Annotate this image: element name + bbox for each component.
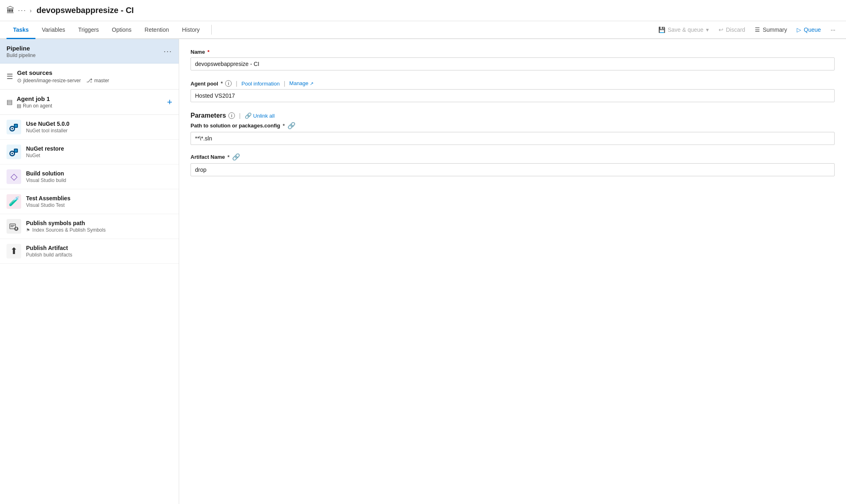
summary-button[interactable]: ☰ Summary	[751, 24, 791, 35]
discard-button[interactable]: ↩ Discard	[714, 24, 749, 35]
queue-button[interactable]: ▷ Queue	[793, 24, 825, 35]
task-publish-symbols[interactable]: Publish symbols path ⚑ Index Sources & P…	[0, 214, 179, 239]
nuget-restore-icon	[7, 145, 21, 159]
github-icon: ⊙	[17, 77, 22, 83]
vs-build-icon: ◇	[11, 171, 18, 182]
nav-actions: 💾 Save & queue ▾ ↩ Discard ☰ Summary ▷ Q…	[654, 24, 839, 35]
svg-point-7	[11, 153, 13, 154]
agent-job-item[interactable]: ▤ Agent job 1 ▤ Run on agent +	[0, 90, 179, 115]
get-sources-branch: ⎇ master	[86, 77, 109, 83]
svg-rect-15	[15, 229, 17, 230]
agent-pool-row: Agent pool * i | Pool information | Mana…	[191, 80, 835, 87]
branch-icon: ⎇	[86, 77, 92, 83]
right-panel: Name * Agent pool * i | Pool information…	[179, 39, 846, 504]
queue-icon: ▷	[797, 26, 801, 33]
agent-job-title: Agent job 1	[17, 95, 52, 102]
get-sources-item[interactable]: ☰ Get sources ⊙ jldeen/image-resize-serv…	[0, 64, 179, 90]
pipeline-title: Pipeline	[7, 45, 35, 52]
agent-pool-field-group: Agent pool * i | Pool information | Mana…	[191, 80, 835, 102]
page-title: devopswebappresize - CI	[37, 6, 134, 15]
nuget-restore-icon-svg	[8, 146, 20, 158]
topbar: 🏛 ··· › devopswebappresize - CI	[0, 0, 846, 21]
task-publish-artifact[interactable]: ⬆ Publish Artifact Publish build artifac…	[0, 239, 179, 264]
task-test-assemblies-info: Test Assemblies Visual Studio Test	[26, 195, 70, 208]
parameters-info-icon[interactable]: i	[228, 112, 235, 119]
pool-information-link[interactable]: Pool information	[241, 81, 280, 87]
svg-rect-4	[15, 125, 17, 127]
pipe-separator-2: |	[284, 80, 285, 87]
name-field-group: Name *	[191, 49, 835, 70]
task-use-nuget[interactable]: Use NuGet 5.0.0 NuGet tool installer	[0, 115, 179, 140]
add-task-button[interactable]: +	[167, 97, 172, 107]
task-nuget-restore[interactable]: NuGet restore NuGet	[0, 140, 179, 164]
task-use-nuget-info: Use NuGet 5.0.0 NuGet tool installer	[26, 121, 70, 134]
svg-rect-11	[11, 225, 15, 226]
left-panel: Pipeline Build pipeline ··· ☰ Get source…	[0, 39, 179, 504]
more-options-button[interactable]: ···	[826, 24, 839, 35]
task-build-solution[interactable]: ◇ Build solution Visual Studio build	[0, 164, 179, 189]
artifact-name-row: Artifact Name * 🔗	[191, 153, 835, 161]
nav-divider	[211, 25, 212, 35]
chevron-down-icon: ▾	[706, 26, 709, 33]
agent-job-left: ▤ Agent job 1 ▤ Run on agent	[7, 95, 52, 109]
tab-retention[interactable]: Retention	[138, 21, 175, 39]
svg-rect-9	[15, 149, 17, 152]
build-solution-icon: ◇	[7, 169, 21, 184]
publish-symbols-icon-svg	[8, 221, 20, 232]
parameters-row: Parameters i | 🔗 Unlink all	[191, 112, 835, 119]
more-dots-icon: ···	[831, 26, 835, 33]
breadcrumb-chevron: ›	[30, 7, 32, 14]
get-sources-title: Get sources	[17, 69, 109, 76]
get-sources-info: Get sources ⊙ jldeen/image-resize-server…	[17, 69, 109, 83]
summary-icon: ☰	[755, 26, 760, 33]
save-queue-button[interactable]: 💾 Save & queue ▾	[654, 24, 713, 35]
flag-icon: ⚑	[26, 228, 30, 232]
tab-variables[interactable]: Variables	[35, 21, 72, 39]
agent-job-icon: ▤	[7, 98, 13, 106]
topbar-more-button[interactable]: ···	[18, 6, 26, 15]
pipeline-header-info: Pipeline Build pipeline	[7, 45, 35, 58]
main-layout: Pipeline Build pipeline ··· ☰ Get source…	[0, 39, 846, 504]
agent-job-info: Agent job 1 ▤ Run on agent	[17, 95, 52, 109]
get-sources-repo: ⊙ jldeen/image-resize-server	[17, 77, 81, 83]
pipeline-header: Pipeline Build pipeline ···	[0, 39, 179, 64]
task-publish-artifact-info: Publish Artifact Publish build artifacts	[26, 245, 72, 258]
publish-artifact-icon: ⬆	[7, 244, 21, 259]
path-chain-icon: 🔗	[287, 122, 296, 129]
svg-rect-12	[11, 226, 13, 227]
nuget-icon-svg	[8, 121, 20, 133]
task-publish-symbols-info: Publish symbols path ⚑ Index Sources & P…	[26, 220, 105, 233]
run-on-icon: ▤	[17, 103, 21, 109]
agent-pool-info-icon[interactable]: i	[225, 80, 232, 87]
external-link-icon: ↗	[310, 81, 313, 86]
tab-options[interactable]: Options	[105, 21, 138, 39]
path-input[interactable]	[191, 132, 835, 145]
pipe-separator-3: |	[239, 112, 241, 119]
upload-icon: ⬆	[10, 246, 18, 256]
unlink-all-button[interactable]: 🔗 Unlink all	[245, 112, 275, 119]
flask-icon: 🧪	[9, 196, 20, 207]
get-sources-meta: ⊙ jldeen/image-resize-server ⎇ master	[17, 77, 109, 83]
tab-triggers[interactable]: Triggers	[72, 21, 105, 39]
name-input[interactable]	[191, 57, 835, 70]
name-required: *	[207, 49, 209, 55]
nuget-icon	[7, 120, 21, 134]
agent-pool-input[interactable]	[191, 89, 835, 102]
publish-symbols-icon	[7, 219, 21, 234]
artifact-name-input[interactable]	[191, 163, 835, 176]
tab-history[interactable]: History	[175, 21, 206, 39]
svg-point-2	[11, 128, 13, 129]
pipeline-more-button[interactable]: ···	[164, 47, 172, 56]
manage-link[interactable]: Manage ↗	[289, 80, 314, 86]
task-nuget-restore-info: NuGet restore NuGet	[26, 145, 64, 158]
pipeline-subtitle: Build pipeline	[7, 53, 35, 58]
chain-link-icon: 🔗	[245, 112, 252, 119]
task-test-assemblies[interactable]: 🧪 Test Assemblies Visual Studio Test	[0, 189, 179, 214]
list-lines-icon: ☰	[7, 72, 13, 81]
path-required: *	[283, 123, 285, 129]
artifact-required: *	[228, 154, 230, 160]
tab-tasks[interactable]: Tasks	[7, 21, 35, 39]
save-icon: 💾	[658, 26, 665, 33]
publish-symbols-sub: ⚑ Index Sources & Publish Symbols	[26, 227, 105, 233]
parameters-section: Parameters i | 🔗 Unlink all Path to solu…	[191, 112, 835, 176]
